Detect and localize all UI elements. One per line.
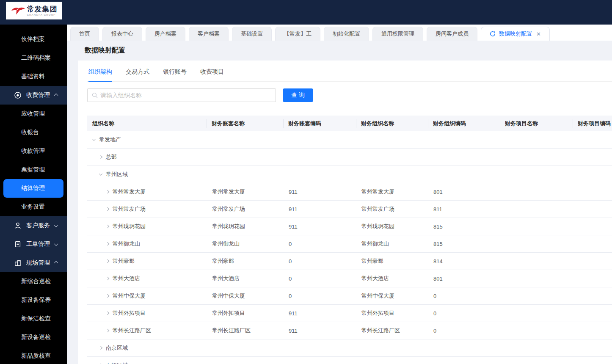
- tree-expand-icon[interactable]: [99, 346, 102, 350]
- sidebar-item[interactable]: 新设备保养: [0, 291, 67, 309]
- sidebar-item-active[interactable]: 结算管理: [3, 179, 63, 198]
- table-row[interactable]: 常州中保大厦常州中保大厦0常州中保大厦0: [87, 287, 612, 305]
- tab[interactable]: 【常发】工: [275, 27, 320, 41]
- tab[interactable]: 房间客户成员: [427, 27, 477, 41]
- table-row[interactable]: 常州大酒店常州大酒店0常州大酒店801: [87, 270, 612, 287]
- sidebar-group[interactable]: 收费管理: [0, 86, 67, 105]
- sidebar-item[interactable]: 应收管理: [0, 105, 67, 123]
- tab-label: 通用权限管理: [381, 30, 414, 38]
- sidebar-nav: 伙伴档案二维码档案基础资料收费管理应收管理收银台收款管理票据管理结算管理业务设置…: [0, 25, 67, 364]
- tab[interactable]: 通用权限管理: [372, 27, 423, 41]
- sidebar-item[interactable]: 收款管理: [0, 142, 67, 160]
- sidebar-item[interactable]: 业务设置: [0, 198, 67, 216]
- sidebar-item-label: 基础资料: [21, 73, 45, 80]
- tree-expand-icon[interactable]: [99, 155, 102, 159]
- table-row[interactable]: 常州长江路厂区常州长江路厂区911常州长江路厂区0: [87, 322, 612, 339]
- tree-expand-icon[interactable]: [106, 190, 109, 193]
- sidebar-item[interactable]: 伙伴档案: [0, 30, 67, 49]
- content-card: 组织架构交易方式银行账号收费项目 查 询 组织名称财务账套名称财务账套编码财务组…: [78, 61, 612, 364]
- tab[interactable]: 报表中心: [102, 27, 142, 41]
- tab[interactable]: 房产档案: [146, 27, 185, 41]
- tab-label: 基础设置: [241, 30, 263, 38]
- table-row[interactable]: 常州常发广场常州常发广场911常州常发广场811: [87, 201, 612, 218]
- org-name: 常州区域: [106, 171, 128, 178]
- tree-collapse-icon[interactable]: [99, 172, 102, 175]
- table-cell: 常州珑玥花园: [356, 223, 428, 230]
- sidebar-item-label: 结算管理: [21, 185, 45, 192]
- table-row[interactable]: 常州区域: [87, 166, 612, 183]
- sidebar-group[interactable]: 现场管理: [0, 254, 67, 272]
- subtab[interactable]: 收费项目: [200, 68, 224, 81]
- table-row[interactable]: 南京区域: [87, 339, 612, 357]
- table-row[interactable]: 常州常发大厦常州常发大厦911常州常发大厦801: [87, 183, 612, 201]
- table-cell: 常州外拓项目: [207, 309, 283, 317]
- sidebar-group[interactable]: 工单管理: [0, 235, 67, 254]
- tree-collapse-icon[interactable]: [92, 137, 96, 141]
- sidebar-item[interactable]: 新品质核查: [0, 347, 67, 364]
- data-table: 组织名称财务账套名称财务账套编码财务组织名称财务组织编码财务项目名称财务项目编码…: [87, 116, 612, 364]
- search-input[interactable]: [100, 92, 271, 99]
- top-bar: 常发集团 CHANGFA GROUP: [0, 0, 612, 25]
- tree-expand-icon[interactable]: [106, 225, 109, 228]
- tab[interactable]: 基础设置: [232, 27, 272, 41]
- table-cell: 0: [283, 293, 356, 299]
- sidebar-item[interactable]: 新设备巡检: [0, 328, 67, 347]
- org-name: 常州外拓项目: [113, 309, 146, 317]
- subtab-active[interactable]: 组织架构: [88, 68, 112, 81]
- table-cell: 911: [283, 189, 356, 195]
- column-header: 财务账套名称: [207, 116, 283, 131]
- sidebar-item[interactable]: 新保洁检查: [0, 309, 67, 328]
- column-header: 财务组织名称: [356, 116, 428, 131]
- tree-expand-icon[interactable]: [106, 242, 109, 245]
- subtab[interactable]: 银行账号: [163, 68, 187, 81]
- tree-expand-icon[interactable]: [106, 312, 109, 315]
- sidebar-item[interactable]: 二维码档案: [0, 49, 67, 67]
- sidebar-item-label: 应收管理: [21, 110, 45, 118]
- tree-expand-icon[interactable]: [106, 294, 109, 298]
- tree-expand-icon[interactable]: [106, 329, 109, 332]
- sidebar-item-label: 新保洁检查: [21, 315, 51, 323]
- table-row[interactable]: 常州御龙山常州御龙山0常州御龙山815: [87, 235, 612, 253]
- table-cell: 常州外拓项目: [356, 309, 428, 317]
- table-row[interactable]: 常州豪郡常州豪郡0常州豪郡814: [87, 253, 612, 270]
- tab[interactable]: 客户档案: [189, 27, 229, 41]
- org-name: 无锡区域: [106, 361, 128, 364]
- org-name: 常州长江路厂区: [113, 327, 151, 334]
- table-row[interactable]: 总部: [87, 149, 612, 166]
- tree-expand-icon[interactable]: [106, 277, 109, 280]
- table-cell: 814: [428, 258, 500, 265]
- sidebar-item-label: 新设备巡检: [21, 334, 51, 341]
- table-row[interactable]: 常发地产: [87, 131, 612, 149]
- sidebar-item[interactable]: 票据管理: [0, 160, 67, 179]
- brand-logo: 常发集团 CHANGFA GROUP: [6, 2, 62, 19]
- tree-expand-icon[interactable]: [106, 259, 109, 263]
- tab-label: 房产档案: [154, 30, 176, 38]
- subtabs: 组织架构交易方式银行账号收费项目: [87, 68, 612, 82]
- table-cell: 常州常发广场: [356, 205, 428, 213]
- sidebar-item[interactable]: 收银台: [0, 123, 67, 142]
- table-cell: 常州大酒店: [356, 275, 428, 282]
- table-cell: 815: [428, 223, 500, 230]
- tab[interactable]: 初始化配置: [324, 27, 369, 41]
- subtab[interactable]: 交易方式: [126, 68, 149, 81]
- refresh-icon[interactable]: [490, 31, 496, 37]
- tab[interactable]: 首页: [70, 27, 99, 41]
- query-button[interactable]: 查 询: [283, 88, 313, 102]
- table-cell: 0: [428, 310, 500, 317]
- org-name: 常州大酒店: [113, 275, 140, 282]
- tab-active[interactable]: 数据映射配置✕: [481, 27, 550, 41]
- sidebar-item[interactable]: 新综合巡检: [0, 272, 67, 291]
- chevron-up-icon: [54, 261, 58, 265]
- customer-service-icon: [14, 222, 22, 229]
- sidebar-group[interactable]: 客户服务: [0, 216, 67, 235]
- table-row[interactable]: 无锡区域: [87, 357, 612, 364]
- sidebar-item[interactable]: 基础资料: [0, 67, 67, 86]
- work-order-icon: [14, 240, 22, 248]
- tree-expand-icon[interactable]: [106, 207, 109, 211]
- table-row[interactable]: 常州外拓项目常州外拓项目911常州外拓项目0: [87, 305, 612, 322]
- sidebar-item-label: 票据管理: [21, 166, 45, 174]
- table-row[interactable]: 常州珑玥花园常州珑玥花园911常州珑玥花园815: [87, 218, 612, 235]
- table-cell: 常州中保大厦: [207, 292, 283, 300]
- close-icon[interactable]: ✕: [536, 31, 541, 37]
- sidebar-group-label: 客户服务: [26, 222, 55, 229]
